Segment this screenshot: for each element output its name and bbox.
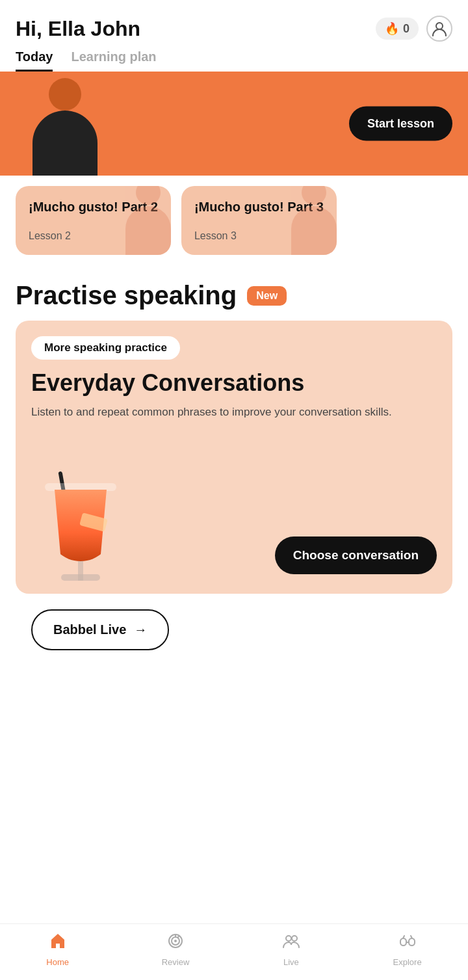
fire-icon: 🔥	[385, 21, 399, 36]
sil-body-2	[291, 206, 337, 255]
avatar[interactable]	[426, 16, 452, 42]
speaking-tag: More speaking practice	[31, 336, 180, 360]
new-badge: New	[247, 286, 287, 306]
hero-person-image	[0, 72, 130, 176]
svg-point-0	[436, 23, 443, 29]
tab-learning-plan[interactable]: Learning plan	[71, 49, 156, 72]
tabs: Today Learning plan	[0, 49, 468, 72]
glass-base	[61, 574, 100, 581]
lesson-card-1-silhouette	[119, 186, 171, 255]
lesson-card-2[interactable]: ¡Mucho gusto! Part 3 Lesson 3	[181, 186, 337, 255]
start-lesson-button[interactable]: Start lesson	[349, 107, 452, 141]
header-right: 🔥 0	[376, 16, 452, 42]
babbel-live-button[interactable]: Babbel Live →	[31, 609, 169, 650]
hero-card: Start lesson	[0, 72, 468, 176]
sil-head-1	[136, 186, 161, 205]
streak-badge[interactable]: 🔥 0	[376, 18, 419, 40]
person-head	[49, 78, 81, 111]
sil-head-2	[302, 186, 326, 205]
speaking-practice-card: More speaking practice Everyday Conversa…	[16, 321, 452, 594]
lesson-card-1[interactable]: ¡Mucho gusto! Part 2 Lesson 2	[16, 186, 171, 255]
person-silhouette	[23, 78, 107, 176]
cocktail-illustration	[35, 477, 126, 581]
speaking-card-title: Everyday Conversations	[31, 370, 437, 396]
choose-conversation-button[interactable]: Choose conversation	[275, 536, 437, 574]
practise-speaking-title: Practise speaking	[16, 281, 237, 310]
babbel-live-label: Babbel Live	[53, 622, 126, 637]
person-body	[32, 111, 98, 176]
streak-count: 0	[403, 22, 410, 36]
speaking-card-desc: Listen to and repeat common phrases to i…	[31, 404, 437, 421]
babbel-live-container: Babbel Live →	[0, 609, 468, 692]
bottom-padding	[0, 692, 468, 757]
tab-today[interactable]: Today	[16, 49, 53, 72]
lesson-cards-row: ¡Mucho gusto! Part 2 Lesson 2 ¡Mucho gus…	[0, 186, 468, 265]
sil-body-1	[125, 206, 171, 255]
practise-speaking-header: Practise speaking New	[0, 281, 468, 321]
section-gap-1	[0, 265, 468, 281]
lesson-card-2-silhouette	[285, 186, 337, 255]
greeting: Hi, Ella John	[16, 17, 140, 41]
babbel-live-arrow: →	[134, 622, 147, 637]
header: Hi, Ella John 🔥 0	[0, 0, 468, 49]
